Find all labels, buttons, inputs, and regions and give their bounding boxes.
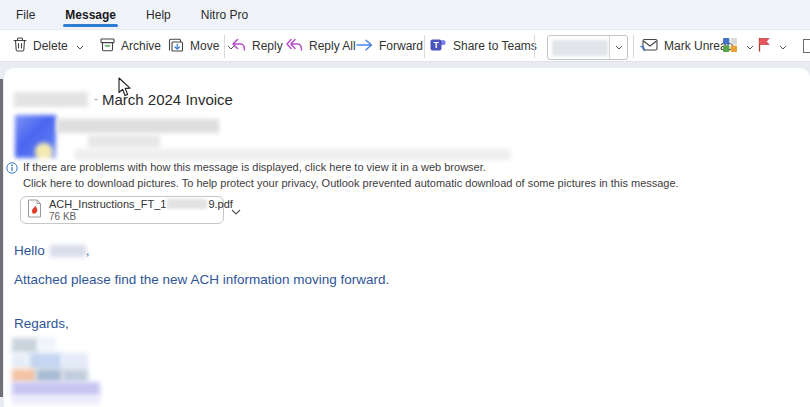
toolbar-separator bbox=[424, 35, 425, 58]
outlook-message-window: File Message Help Nitro Pro Delete Archi… bbox=[0, 0, 810, 407]
message-notice: If there are problems with how this mess… bbox=[6, 161, 786, 190]
share-to-teams-button[interactable]: T Share to Teams bbox=[430, 31, 537, 61]
redacted-recipient-name bbox=[50, 245, 86, 257]
greeting-text: Hello bbox=[14, 243, 45, 258]
notice-view-in-browser[interactable]: If there are problems with how this mess… bbox=[23, 161, 486, 174]
redacted-subject-prefix bbox=[14, 92, 88, 107]
mouse-cursor bbox=[117, 77, 132, 101]
body-greeting: Hello , bbox=[14, 243, 90, 258]
reply-button[interactable]: Reply bbox=[231, 31, 283, 61]
categorize-button[interactable] bbox=[722, 31, 754, 61]
trash-icon bbox=[13, 37, 27, 55]
combobox-dropdown-button[interactable] bbox=[609, 36, 627, 59]
delete-button[interactable]: Delete bbox=[13, 31, 84, 61]
attachment-size: 76 KB bbox=[49, 211, 233, 222]
tab-help[interactable]: Help bbox=[144, 0, 173, 29]
subject-separator: - bbox=[94, 92, 98, 106]
redacted-combobox-value bbox=[552, 40, 608, 56]
toolbar-separator bbox=[633, 35, 634, 58]
toolbar-separator bbox=[534, 35, 535, 58]
attachment-meta: ACH_Instructions_FT_1 9.pdf 76 KB bbox=[49, 198, 233, 222]
follow-up-flag-button[interactable] bbox=[757, 31, 787, 61]
reply-icon bbox=[231, 38, 246, 55]
archive-button[interactable]: Archive bbox=[100, 31, 161, 61]
delete-label: Delete bbox=[33, 39, 68, 53]
teams-icon: T bbox=[430, 37, 447, 56]
attachment-row: ACH_Instructions_FT_1 9.pdf 76 KB bbox=[20, 196, 241, 224]
redacted-filename-part bbox=[167, 199, 207, 209]
categorize-icon bbox=[722, 37, 738, 56]
flag-icon bbox=[757, 37, 771, 55]
archive-label: Archive bbox=[121, 39, 161, 53]
chevron-down-icon bbox=[746, 39, 754, 53]
greeting-comma: , bbox=[86, 243, 90, 258]
quick-action-combobox[interactable] bbox=[547, 35, 628, 60]
move-label: Move bbox=[190, 39, 219, 53]
tab-message[interactable]: Message bbox=[63, 0, 118, 29]
move-folder-icon bbox=[168, 38, 184, 55]
forward-icon bbox=[356, 39, 373, 54]
body-closing: Regards, bbox=[14, 316, 69, 331]
share-to-teams-label: Share to Teams bbox=[453, 39, 537, 53]
sender-avatar bbox=[15, 115, 56, 158]
body-line: Attached please find the new ACH informa… bbox=[14, 272, 389, 287]
move-button[interactable]: Move bbox=[168, 31, 235, 61]
redacted-sender-address bbox=[88, 135, 160, 148]
reply-all-label: Reply All bbox=[309, 39, 356, 53]
reply-all-icon bbox=[286, 38, 303, 55]
ribbon-tabs-bar: File Message Help Nitro Pro bbox=[0, 0, 810, 30]
svg-text:T: T bbox=[433, 40, 439, 50]
attachment-chip[interactable]: ACH_Instructions_FT_1 9.pdf 76 KB bbox=[20, 196, 224, 224]
archive-icon bbox=[100, 38, 115, 55]
mark-unread-button[interactable]: Mark Unread bbox=[640, 31, 733, 61]
attachment-options-chevron[interactable] bbox=[231, 201, 241, 219]
toolbar-separator bbox=[224, 35, 225, 58]
tab-file[interactable]: File bbox=[14, 0, 37, 29]
chevron-down-icon bbox=[76, 39, 84, 53]
reply-label: Reply bbox=[252, 39, 283, 53]
forward-label: Forward bbox=[379, 39, 423, 53]
notice-download-pictures[interactable]: Click here to download pictures. To help… bbox=[23, 177, 786, 190]
info-icon bbox=[6, 162, 18, 176]
redacted-recipients-line bbox=[75, 149, 511, 160]
mark-unread-envelope-icon bbox=[640, 38, 658, 55]
pdf-file-icon bbox=[27, 199, 42, 222]
chevron-down-icon bbox=[779, 39, 787, 53]
attachment-filename-prefix: ACH_Instructions_FT_1 bbox=[49, 198, 166, 210]
message-toolbar: Delete Archive Move Reply bbox=[0, 31, 810, 62]
forward-button[interactable]: Forward bbox=[356, 31, 423, 61]
background-window-edge bbox=[0, 79, 3, 397]
tab-nitro-pro[interactable]: Nitro Pro bbox=[199, 0, 250, 29]
redacted-sender-name bbox=[57, 119, 219, 133]
reply-all-button[interactable]: Reply All bbox=[286, 31, 356, 61]
attachment-filename-suffix: 9.pdf bbox=[208, 198, 232, 210]
clipped-toolbar-icon bbox=[803, 39, 810, 53]
attachment-filename: ACH_Instructions_FT_1 9.pdf bbox=[49, 198, 233, 210]
